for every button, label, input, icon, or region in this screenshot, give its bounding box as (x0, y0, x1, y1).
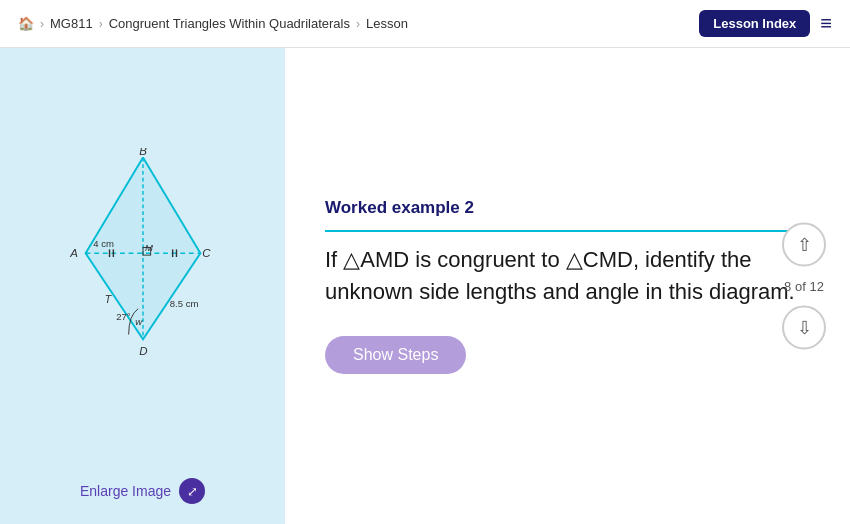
home-icon[interactable]: 🏠 (18, 16, 34, 31)
svg-text:B: B (139, 148, 147, 157)
triangle-sym-1: △ (343, 247, 360, 272)
nav-down-button[interactable]: ⇩ (782, 306, 826, 350)
problem-text: If △AMD is congruent to △CMD, identify t… (325, 244, 814, 308)
svg-text:A: A (69, 247, 78, 259)
svg-text:M: M (144, 242, 152, 253)
diagram-area: B A M C D T 4 cm 8.5 cm 27° w (0, 48, 285, 468)
svg-text:8.5 cm: 8.5 cm (169, 298, 198, 309)
chevron-up-icon: ⇧ (797, 234, 812, 256)
svg-text:T: T (104, 293, 112, 305)
breadcrumb-sep-1: › (40, 17, 44, 31)
show-steps-button[interactable]: Show Steps (325, 336, 466, 374)
nav-up-button[interactable]: ⇧ (782, 223, 826, 267)
breadcrumb-mg811[interactable]: MG811 (50, 16, 93, 31)
svg-text:C: C (202, 247, 211, 259)
enlarge-icon[interactable]: ⤢ (179, 478, 205, 504)
menu-icon[interactable]: ≡ (820, 12, 832, 35)
enlarge-image-label[interactable]: Enlarge Image (80, 483, 171, 499)
svg-text:w: w (135, 316, 143, 327)
triangle-sym-2: △ (566, 247, 583, 272)
kite-diagram: B A M C D T 4 cm 8.5 cm 27° w (53, 148, 233, 368)
worked-example-title: Worked example 2 (325, 198, 814, 232)
page-indicator: 8 of 12 (784, 279, 824, 294)
breadcrumb-sep-2: › (99, 17, 103, 31)
left-panel: B A M C D T 4 cm 8.5 cm 27° w (0, 48, 285, 524)
chevron-down-icon: ⇩ (797, 317, 812, 339)
enlarge-row: Enlarge Image ⤢ (80, 478, 205, 504)
svg-text:D: D (139, 345, 147, 357)
header: 🏠 › MG811 › Congruent Triangles Within Q… (0, 0, 850, 48)
breadcrumb-lesson: Lesson (366, 16, 408, 31)
breadcrumb-topic[interactable]: Congruent Triangles Within Quadrilateral… (109, 16, 350, 31)
breadcrumb: 🏠 › MG811 › Congruent Triangles Within Q… (18, 16, 408, 31)
breadcrumb-sep-3: › (356, 17, 360, 31)
svg-text:4 cm: 4 cm (93, 238, 114, 249)
header-right: Lesson Index ≡ (699, 10, 832, 37)
main-layout: B A M C D T 4 cm 8.5 cm 27° w (0, 48, 850, 524)
svg-text:27°: 27° (116, 311, 131, 322)
lesson-index-button[interactable]: Lesson Index (699, 10, 810, 37)
nav-buttons: ⇧ 8 of 12 ⇩ (782, 223, 826, 350)
right-panel: Worked example 2 If △AMD is congruent to… (285, 48, 850, 524)
